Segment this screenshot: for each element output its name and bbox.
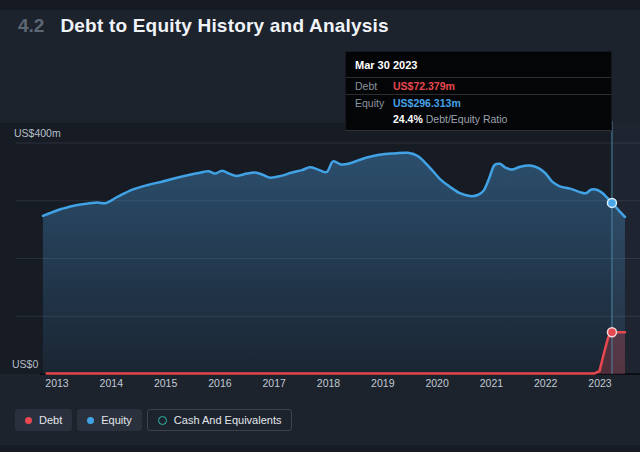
tooltip-equity-row: Equity US$296.313m — [346, 95, 611, 111]
x-axis-label: 2021 — [480, 377, 503, 389]
tooltip-date: Mar 30 2023 — [346, 52, 611, 78]
x-axis-label: 2014 — [100, 377, 123, 389]
y-axis-label-min: US$0 — [12, 358, 38, 370]
debt-equity-analysis-panel: 4.2 Debt to Equity History and Analysis … — [0, 0, 640, 452]
legend-debt[interactable]: Debt — [15, 409, 72, 431]
bottom-divider — [0, 445, 640, 452]
section-number: 4.2 — [18, 15, 44, 37]
legend-debt-label: Debt — [39, 414, 62, 426]
tooltip-debt-value: US$72.379m — [393, 80, 455, 92]
legend-cash-and-equivalents[interactable]: Cash And Equivalents — [147, 409, 293, 431]
page-title: Debt to Equity History and Analysis — [60, 15, 388, 37]
x-axis-label: 2020 — [425, 377, 448, 389]
section-header: 4.2 Debt to Equity History and Analysis — [18, 15, 389, 37]
tooltip-debt-row: Debt US$72.379m — [346, 78, 611, 95]
chart-legend: Debt Equity Cash And Equivalents — [15, 409, 292, 431]
tooltip-equity-label: Equity — [355, 97, 393, 109]
legend-equity-label: Equity — [101, 414, 132, 426]
x-axis-label: 2017 — [263, 377, 286, 389]
y-axis-label-max: US$400m — [14, 127, 61, 139]
x-axis-label: 2023 — [588, 377, 611, 389]
x-axis-label: 2022 — [534, 377, 557, 389]
tooltip-ratio-value: 24.4% — [393, 113, 423, 125]
cash-circle-icon — [158, 416, 167, 425]
chart-tooltip: Mar 30 2023 Debt US$72.379m Equity US$29… — [345, 51, 612, 131]
crosshair-highlight-band — [612, 123, 640, 374]
legend-equity[interactable]: Equity — [77, 409, 142, 431]
x-axis-label: 2013 — [45, 377, 68, 389]
tooltip-ratio-row: 24.4% Debt/Equity Ratio — [346, 111, 611, 130]
tooltip-ratio-label: Debt/Equity Ratio — [426, 113, 508, 125]
tooltip-debt-label: Debt — [355, 80, 393, 92]
x-axis-label: 2018 — [317, 377, 340, 389]
plot-area — [0, 123, 640, 374]
top-divider — [0, 0, 640, 10]
legend-cash-label: Cash And Equivalents — [174, 414, 282, 426]
debt-dot-icon — [25, 417, 32, 424]
equity-dot-icon — [87, 417, 94, 424]
x-axis-label: 2015 — [154, 377, 177, 389]
tooltip-equity-value: US$296.313m — [393, 97, 461, 109]
x-axis-label: 2019 — [371, 377, 394, 389]
x-axis-label: 2016 — [208, 377, 231, 389]
